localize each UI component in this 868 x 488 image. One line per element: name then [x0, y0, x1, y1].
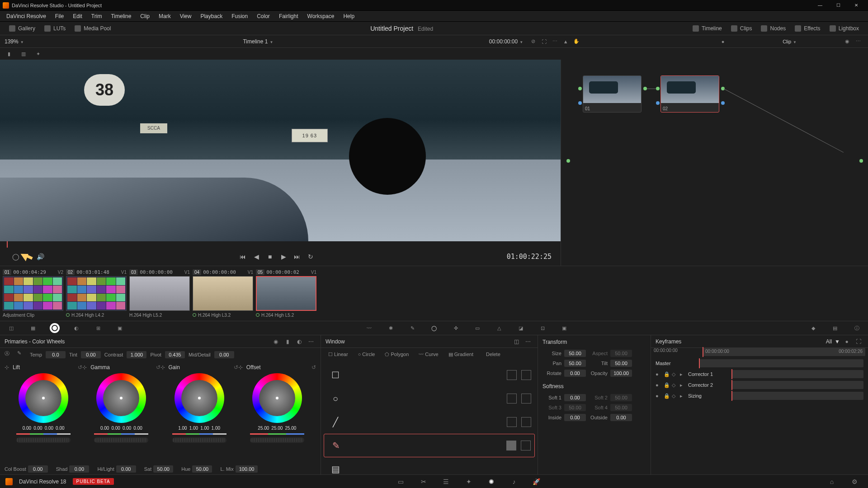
- record-icon[interactable]: ◉: [842, 36, 853, 47]
- invert-toggle[interactable]: [507, 370, 517, 380]
- clip-01[interactable]: 0100:00:04:29V2Adjustment Clip: [3, 268, 63, 319]
- circle-button[interactable]: ○ Circle: [354, 351, 379, 358]
- soft1-value[interactable]: 0.00: [564, 394, 586, 401]
- soft2-value[interactable]: 50.00: [610, 394, 632, 401]
- scopes-icon[interactable]: ▤: [830, 323, 840, 333]
- menu-clip[interactable]: Clip: [136, 11, 154, 22]
- zoom-level[interactable]: 139%▼: [5, 38, 32, 45]
- nodes-button[interactable]: Nodes: [756, 23, 790, 34]
- kf-row-corrector-2[interactable]: ●🔒◇▸Corrector 2: [653, 380, 866, 390]
- mid-value[interactable]: 0.00: [214, 351, 234, 358]
- more-icon[interactable]: ⋯: [549, 36, 560, 47]
- chevron-right-icon[interactable]: ▸: [680, 393, 685, 399]
- home-button[interactable]: ⌂: [824, 476, 840, 487]
- prev-clip-button[interactable]: ⏮: [236, 250, 250, 263]
- fusion-page-button[interactable]: ✦: [461, 476, 477, 487]
- node-01[interactable]: 01: [583, 75, 642, 113]
- shape-row-linear[interactable]: ☐: [324, 363, 535, 387]
- stop-button[interactable]: ■: [263, 250, 277, 263]
- wheel-values[interactable]: 25.0025.0025.00: [258, 426, 296, 431]
- shape-row-circle[interactable]: ○: [324, 387, 535, 410]
- reset-icon[interactable]: ↺: [156, 364, 160, 371]
- timeline-selector[interactable]: Timeline 1▼: [32, 38, 485, 45]
- wheel-handle[interactable]: [198, 397, 201, 399]
- color-wheel[interactable]: [252, 373, 302, 423]
- tint-value[interactable]: 0.00: [81, 351, 101, 358]
- mask-toggle[interactable]: [521, 370, 531, 380]
- wheel-values[interactable]: 1.001.001.001.00: [178, 426, 220, 431]
- kf-row-master[interactable]: Master: [653, 358, 866, 369]
- shape-row-curve[interactable]: ╱: [324, 410, 535, 434]
- wheel-handle[interactable]: [42, 397, 45, 399]
- wheel-jog[interactable]: [250, 437, 304, 443]
- delete-button[interactable]: Delete: [482, 351, 504, 358]
- image-wipe-icon[interactable]: ▮: [5, 49, 14, 58]
- 3d-icon[interactable]: ▣: [559, 323, 569, 333]
- node-input-dot[interactable]: [656, 87, 660, 90]
- node-dot-icon[interactable]: ●: [717, 36, 728, 47]
- size-value[interactable]: 50.00: [564, 350, 586, 357]
- outside-value[interactable]: 0.00: [610, 414, 632, 421]
- mediapool-button[interactable]: Media Pool: [70, 23, 115, 34]
- mini-timeline[interactable]: [0, 241, 561, 248]
- viewer-image[interactable]: 38 SCCA 19 63: [0, 60, 561, 241]
- motion-icon[interactable]: ▣: [115, 323, 125, 333]
- menu-workspace[interactable]: Workspace: [303, 11, 339, 22]
- qualifier-icon[interactable]: ✎: [407, 323, 417, 333]
- mask-toggle[interactable]: [521, 394, 531, 404]
- cut-page-button[interactable]: ✂: [415, 476, 432, 487]
- soft4-value[interactable]: 50.00: [610, 404, 632, 411]
- playhead-icon[interactable]: [7, 241, 8, 248]
- soft3-value[interactable]: 50.00: [564, 404, 586, 411]
- polygon-button[interactable]: ⬠ Polygon: [381, 351, 412, 358]
- kf-track[interactable]: [731, 392, 863, 400]
- graph-output-dot[interactable]: [859, 159, 863, 163]
- wheels-mode-icon[interactable]: ◉: [271, 337, 281, 347]
- curves-icon[interactable]: 〰: [364, 323, 374, 333]
- hdr-icon[interactable]: ◐: [71, 323, 81, 333]
- close-button[interactable]: ✕: [847, 0, 865, 11]
- colboost-value[interactable]: 0.00: [28, 465, 48, 473]
- clip-04[interactable]: 0400:00:00:00V1H.264 High L3.2: [193, 268, 253, 319]
- menu-trim[interactable]: Trim: [87, 11, 107, 22]
- deliver-page-button[interactable]: 🚀: [528, 476, 545, 487]
- rgb-mixer-icon[interactable]: ⊞: [93, 323, 103, 333]
- minimize-button[interactable]: —: [811, 0, 829, 11]
- node-graph[interactable]: 01 02: [561, 60, 868, 266]
- invert-toggle[interactable]: [507, 417, 517, 427]
- sat-value[interactable]: 50.00: [153, 465, 173, 473]
- kf-row-corrector-1[interactable]: ●🔒◇▸Corrector 1: [653, 369, 866, 380]
- kf-marker[interactable]: [699, 358, 700, 368]
- picker-icon[interactable]: ⊹: [5, 364, 9, 371]
- opacity-value[interactable]: 100.00: [610, 370, 632, 377]
- kf-marker[interactable]: [731, 380, 732, 390]
- kf-marker[interactable]: [731, 391, 732, 401]
- kf-track[interactable]: [699, 359, 863, 367]
- tilt-value[interactable]: 50.00: [610, 360, 632, 367]
- lock-icon[interactable]: 🔒: [664, 382, 669, 388]
- wheel-values[interactable]: 0.000.000.000.00: [23, 426, 65, 431]
- wheel-handle[interactable]: [120, 397, 123, 399]
- keyframes-all[interactable]: All: [826, 338, 832, 345]
- graph-input-dot[interactable]: [566, 159, 570, 163]
- kf-dot-icon[interactable]: ●: [656, 382, 661, 388]
- reset-icon[interactable]: ↺: [234, 364, 238, 371]
- preset-icon[interactable]: ◫: [511, 337, 521, 347]
- diamond-icon[interactable]: ◇: [672, 382, 677, 388]
- curve-button[interactable]: 〰 Curve: [415, 351, 442, 358]
- picker-icon[interactable]: ⊹: [160, 364, 165, 371]
- more-icon[interactable]: ⋯: [306, 337, 316, 347]
- color-wheel[interactable]: [19, 373, 68, 423]
- fairlight-page-button[interactable]: ♪: [506, 476, 522, 487]
- diamond-icon[interactable]: ◇: [672, 393, 677, 399]
- kf-dot-icon[interactable]: ●: [656, 393, 661, 399]
- clips-button[interactable]: Clips: [726, 23, 757, 34]
- bsm-icon[interactable]: △: [494, 323, 504, 333]
- auto-balance-icon[interactable]: Ⓐ: [5, 350, 14, 359]
- node-02[interactable]: 02: [660, 75, 719, 113]
- key-icon[interactable]: ◪: [516, 323, 526, 333]
- hue-value[interactable]: 50.00: [192, 465, 212, 473]
- node-alpha-dot[interactable]: [721, 101, 725, 105]
- picker-icon[interactable]: ⊹: [238, 364, 243, 371]
- kf-track[interactable]: [731, 381, 863, 389]
